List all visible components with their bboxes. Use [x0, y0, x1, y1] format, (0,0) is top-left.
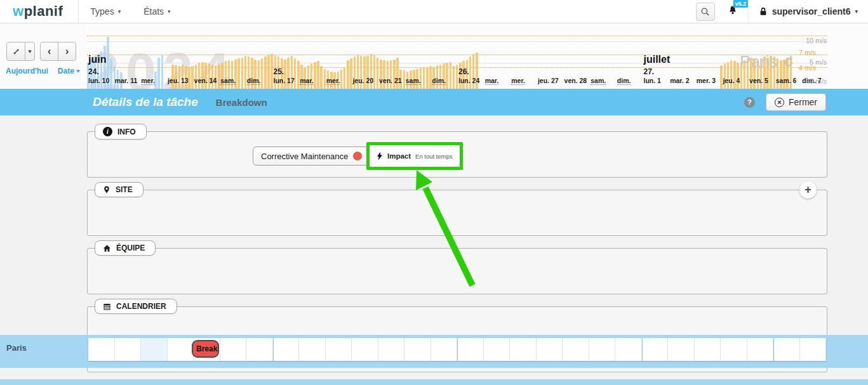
wind-bar: [157, 58, 160, 89]
calendar-cell[interactable]: [378, 338, 405, 361]
wind-bar: [390, 60, 392, 89]
calendar-cell[interactable]: [246, 338, 273, 361]
calendar-cell[interactable]: [141, 338, 168, 361]
logo-prefix: w: [13, 3, 24, 19]
timeline-day-label: ven. 14: [194, 77, 217, 84]
calendar-cell[interactable]: [484, 338, 511, 361]
calendar-cell[interactable]: [721, 338, 747, 361]
timeline-week-label: 25.: [274, 67, 284, 76]
calendar-event-breakdown[interactable]: Break: [192, 340, 219, 358]
menu-etats[interactable]: États▾: [132, 0, 182, 23]
menu-etats-label: États: [144, 6, 164, 16]
calendar-cell[interactable]: [510, 338, 537, 361]
timeline-controls: ▾ ‹ › Aujourd'hui Date▾: [0, 23, 87, 89]
timeline-day-label: jeu. 20: [352, 77, 373, 84]
task-details-titlebar: Détails de la tâche Breakdown ? × Fermer: [0, 89, 868, 115]
wind-bar: [393, 60, 396, 89]
calendar-cell[interactable]: [88, 338, 115, 361]
calendar-cell[interactable]: [773, 338, 800, 361]
version-badge: v5.2: [733, 0, 749, 8]
impact-label: Impact: [387, 152, 411, 160]
wind-bar: [340, 70, 343, 89]
wind-bar: [344, 68, 346, 89]
today-link[interactable]: Aujourd'hui: [6, 67, 48, 75]
scheduler-row-label: Paris: [6, 343, 27, 353]
wind-bar: [373, 55, 376, 89]
close-button[interactable]: × Fermer: [766, 93, 826, 111]
calendar-cell[interactable]: [747, 338, 774, 361]
calendar-cell[interactable]: [537, 338, 563, 361]
impact-value: En tout temps: [415, 153, 453, 160]
calendar-cell[interactable]: [800, 338, 827, 361]
wind-bar: [377, 58, 379, 89]
calendar-icon: [103, 303, 111, 311]
wplanif-app: wplanif Types▾ États▾ v5.2 supervisor_cl…: [0, 0, 868, 385]
calendar-cell[interactable]: [115, 338, 142, 361]
tab-site[interactable]: SITE: [95, 182, 144, 197]
add-site-button[interactable]: +: [799, 181, 817, 199]
timeline-day-label: mar. 2: [670, 77, 689, 84]
wind-bar: [737, 63, 739, 89]
wind-bar: [456, 65, 458, 89]
task-type-button[interactable]: Corrective Maintenance: [253, 147, 370, 166]
calendar-cell[interactable]: [220, 338, 247, 361]
next-period-button[interactable]: ›: [58, 42, 76, 61]
wind-bar: [218, 65, 220, 89]
wind-bar: [317, 61, 319, 89]
timeline-day-label: mar.: [300, 77, 314, 85]
timeline-week-label: 26.: [458, 67, 469, 76]
tab-site-label: SITE: [116, 185, 133, 194]
tab-calendrier[interactable]: CALENDRIER: [95, 299, 177, 314]
fit-range-caret[interactable]: ▾: [25, 42, 35, 61]
site-name-text: Paris: [740, 52, 777, 72]
timeline-day-label: mer.: [511, 77, 525, 85]
user-menu[interactable]: supervisor_client6 ▾: [749, 6, 868, 16]
app-logo[interactable]: wplanif: [13, 3, 63, 20]
timeline-day-label: ven. 5: [749, 77, 768, 84]
calendar-cell[interactable]: [615, 338, 642, 361]
calendar-cell[interactable]: [352, 338, 378, 361]
expand-icon: [12, 48, 20, 56]
calendar-cell[interactable]: [431, 338, 458, 361]
wind-bar: [324, 69, 326, 89]
timeline-day-label: mar. 11: [115, 77, 138, 84]
calendar-cell[interactable]: [563, 338, 589, 361]
calendar-cell[interactable]: [299, 338, 326, 361]
impact-field-highlighted[interactable]: Impact En tout temps: [366, 142, 463, 170]
calendar-cell[interactable]: [168, 338, 194, 361]
wind-bar: [237, 58, 240, 89]
fit-range-button[interactable]: [6, 42, 25, 61]
wind-bar: [380, 60, 382, 89]
calendar-cell[interactable]: [457, 338, 484, 361]
tab-equipe-label: ÉQUIPE: [116, 244, 145, 252]
tab-equipe[interactable]: ÉQUIPE: [95, 240, 156, 256]
notifications-button[interactable]: v5.2: [728, 5, 738, 18]
wind-bar: [204, 63, 207, 89]
wind-bar: [110, 58, 112, 89]
wind-bar: [429, 66, 432, 89]
tab-info[interactable]: i INFO: [95, 124, 147, 140]
menu-types[interactable]: Types▾: [79, 0, 132, 23]
close-icon: ×: [775, 98, 784, 107]
calendar-cell[interactable]: [326, 338, 352, 361]
calendar-cell[interactable]: [273, 338, 300, 361]
calendar-cell[interactable]: [642, 338, 669, 361]
wind-bar: [267, 55, 270, 89]
lock-icon: [759, 7, 768, 16]
chevron-down-icon: ▾: [77, 68, 80, 74]
help-icon[interactable]: ?: [744, 97, 755, 108]
calendar-cell[interactable]: [695, 338, 721, 361]
timeline-day-label: lun. 10: [88, 77, 109, 84]
wind-bar: [161, 55, 164, 89]
timeline-strip: 2024 juinjuillet24.25.26.27.lun. 10mar. …: [0, 23, 868, 89]
prev-period-button[interactable]: ‹: [40, 42, 58, 61]
calendar-cell[interactable]: [668, 338, 695, 361]
timeline-day-label: lun. 1: [644, 77, 661, 84]
search-button[interactable]: [696, 3, 715, 21]
date-link[interactable]: Date▾: [58, 67, 80, 75]
calendar-cell[interactable]: [404, 338, 431, 361]
wind-bar: [198, 63, 201, 89]
calendar-cell[interactable]: [589, 338, 616, 361]
timeline-day-label: sam.: [406, 77, 421, 85]
chevron-left-icon: ‹: [48, 45, 51, 58]
